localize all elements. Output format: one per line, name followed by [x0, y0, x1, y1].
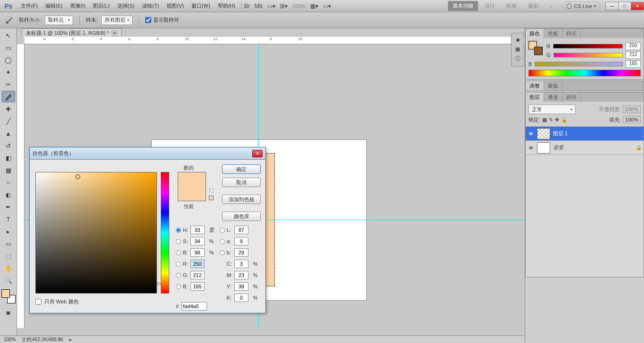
- status-zoom[interactable]: 100%: [4, 337, 16, 342]
- foreground-color[interactable]: [1, 289, 10, 298]
- menu-edit[interactable]: 编辑(E): [41, 0, 66, 12]
- pen-tool[interactable]: ✒: [2, 201, 15, 212]
- menu-view[interactable]: 视图(V): [163, 0, 188, 12]
- menu-filter[interactable]: 滤镜(T): [138, 0, 163, 12]
- radio-lb[interactable]: [220, 250, 225, 255]
- input-s[interactable]: [190, 237, 205, 245]
- input-c[interactable]: [234, 260, 248, 268]
- tab-layers[interactable]: 图层: [526, 92, 544, 102]
- input-br[interactable]: [190, 248, 205, 257]
- gamut-warning-icon[interactable]: ⬚: [209, 187, 214, 193]
- tab-channels[interactable]: 通道: [544, 92, 562, 102]
- input-h[interactable]: [190, 226, 205, 234]
- shape-tool[interactable]: ▭: [2, 238, 15, 249]
- window-close[interactable]: ✕: [631, 2, 644, 10]
- input-g[interactable]: [190, 271, 205, 279]
- window-maximize[interactable]: □: [618, 2, 631, 10]
- tab-color[interactable]: 颜色: [526, 29, 544, 38]
- close-tab-icon[interactable]: ✕: [112, 31, 117, 36]
- input-m[interactable]: [234, 271, 248, 279]
- input-a[interactable]: [234, 237, 248, 245]
- b-value[interactable]: 165: [626, 60, 641, 68]
- input-lb[interactable]: [234, 248, 248, 257]
- menu-help[interactable]: 帮助(H): [214, 0, 239, 12]
- path-select-tool[interactable]: ▸: [2, 226, 15, 237]
- lock-position-icon[interactable]: ✥: [555, 117, 559, 123]
- input-k[interactable]: [234, 294, 248, 302]
- lasso-tool[interactable]: ◯: [2, 54, 15, 65]
- color-field[interactable]: [35, 172, 157, 294]
- cslive-button[interactable]: ◯CS Live▾: [562, 1, 600, 10]
- opacity-value[interactable]: 100%: [623, 106, 641, 113]
- cancel-button[interactable]: 取消: [222, 178, 261, 187]
- radio-b[interactable]: [176, 284, 181, 289]
- ok-button[interactable]: 确定: [222, 164, 261, 174]
- show-ring-checkbox[interactable]: 显示取样环: [145, 16, 179, 24]
- quick-select-tool[interactable]: ✦: [2, 66, 15, 78]
- info-icon[interactable]: ⓘ: [515, 55, 520, 62]
- zoom-tool[interactable]: 🔍: [2, 275, 15, 286]
- tab-adjustments[interactable]: 调整: [526, 81, 544, 90]
- quick-mask-tool[interactable]: ◙: [2, 307, 15, 318]
- radio-br[interactable]: [176, 250, 181, 255]
- input-b[interactable]: [190, 282, 205, 291]
- radio-r[interactable]: [176, 261, 181, 267]
- type-tool[interactable]: T: [2, 213, 15, 225]
- websafe-swatch[interactable]: [209, 196, 214, 200]
- tab-masks[interactable]: 蒙版: [544, 81, 562, 90]
- eraser-tool[interactable]: ◧: [2, 152, 15, 163]
- color-lib-button[interactable]: 颜色库: [222, 212, 261, 221]
- current-color-swatch[interactable]: [178, 187, 206, 201]
- workspace-photography[interactable]: 摄影: [523, 1, 543, 11]
- input-y[interactable]: [234, 282, 248, 291]
- view-extras-icon[interactable]: ⊞▾: [280, 3, 288, 9]
- workspace-more[interactable]: »: [545, 2, 557, 10]
- lock-all-icon[interactable]: 🔒: [561, 117, 568, 123]
- history-brush-tool[interactable]: ↺: [2, 140, 15, 151]
- spectrum-bar[interactable]: [528, 70, 641, 76]
- horizontal-ruler[interactable]: 02468101214810: [25, 37, 525, 44]
- hue-slider[interactable]: [161, 172, 169, 294]
- input-l[interactable]: [234, 226, 248, 234]
- menu-layer[interactable]: 图层(L): [89, 0, 113, 12]
- add-swatch-button[interactable]: 添加到色板: [222, 195, 261, 204]
- minibridge-icon[interactable]: Mb: [255, 3, 263, 9]
- radio-g[interactable]: [176, 273, 181, 278]
- menu-image[interactable]: 图像(I): [66, 0, 89, 12]
- tab-swatches[interactable]: 色板: [544, 29, 562, 38]
- brush-tool[interactable]: ╱: [2, 115, 15, 127]
- lock-pixels-icon[interactable]: ✎: [549, 117, 553, 123]
- screen-mode-icon[interactable]: ▭▾: [267, 3, 275, 9]
- window-minimize[interactable]: —: [605, 2, 619, 10]
- fill-value[interactable]: 100%: [623, 116, 641, 123]
- document-tab[interactable]: 未标题-1 @ 100% (图层 1, RGB/8) * ✕: [22, 28, 122, 38]
- workspace-essentials[interactable]: 基本功能: [448, 1, 478, 11]
- stamp-tool[interactable]: ▲: [2, 128, 15, 139]
- dialog-close-button[interactable]: ✕: [252, 150, 263, 157]
- arrange-docs-icon[interactable]: ▦▾: [310, 3, 318, 9]
- tab-paths[interactable]: 路径: [562, 92, 581, 102]
- marquee-tool[interactable]: ▭: [2, 42, 15, 53]
- b-slider[interactable]: [535, 62, 623, 66]
- vertical-ruler[interactable]: [17, 44, 25, 328]
- workspace-design[interactable]: 设计: [480, 1, 500, 11]
- sample-select[interactable]: 所有图层▾: [101, 16, 132, 25]
- layer-row-layer1[interactable]: 👁 图层 1: [526, 127, 644, 141]
- layer-thumbnail[interactable]: [537, 128, 550, 139]
- blur-tool[interactable]: ○: [2, 177, 15, 188]
- histogram-icon[interactable]: ▦: [515, 46, 520, 52]
- r-value[interactable]: 250: [626, 42, 641, 50]
- gradient-tool[interactable]: ▦: [2, 164, 15, 176]
- crop-tool[interactable]: ✂: [2, 79, 15, 90]
- radio-l[interactable]: [220, 228, 225, 233]
- menu-select[interactable]: 选择(S): [114, 0, 139, 12]
- r-slider[interactable]: [553, 44, 623, 49]
- input-hex[interactable]: [182, 302, 207, 310]
- workspace-painting[interactable]: 绘画: [502, 1, 521, 11]
- blend-mode-select[interactable]: 正常▾: [528, 105, 576, 114]
- panel-bg-color[interactable]: [534, 47, 543, 55]
- move-tool[interactable]: ↖: [2, 30, 15, 41]
- 3d-tool[interactable]: ⬚: [2, 250, 15, 261]
- radio-s[interactable]: [176, 239, 181, 244]
- layer-thumbnail[interactable]: [537, 142, 550, 154]
